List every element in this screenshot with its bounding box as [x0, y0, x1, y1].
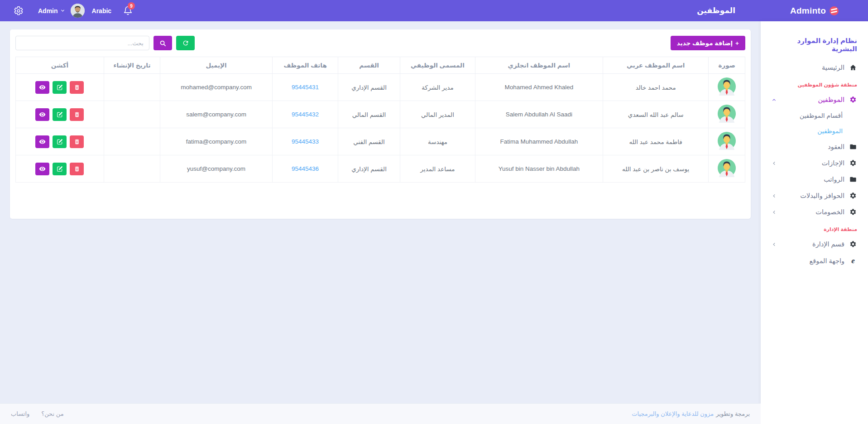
settings-button[interactable] — [14, 6, 24, 16]
user-avatar[interactable] — [71, 4, 85, 18]
language-switcher[interactable]: Arabic — [92, 7, 112, 14]
footer-link-whatsapp[interactable]: واتساب — [11, 410, 29, 417]
search-input[interactable] — [15, 36, 149, 50]
sidebar-item-label: قسم الإدارة — [812, 241, 844, 248]
delete-button[interactable] — [70, 135, 84, 148]
eye-icon — [39, 84, 46, 91]
footer-credit: برمجة وتطوير مزون للدعاية والإعلان والبر… — [632, 410, 750, 417]
menu-section-label: منطقة الإدارة — [761, 220, 868, 236]
edit-button[interactable] — [53, 81, 67, 94]
column-header: صورة — [709, 57, 745, 74]
sidebar-nav: الرئيسيةمنطقة شؤون الموظفينالموظفينأقسام… — [761, 58, 868, 269]
sidebar-item-label: واجهة الموقع — [810, 257, 844, 265]
row-actions — [35, 163, 84, 175]
table-body: محمد احمد خالد Mohamed Ahmed Khaled مدير… — [16, 74, 745, 183]
refresh-button[interactable] — [176, 36, 195, 50]
employee-department: القسم المالي — [338, 101, 400, 128]
notifications-button[interactable]: 9 — [123, 6, 133, 15]
employee-name-english: Salem Abdullah Al Saadi — [475, 101, 603, 128]
refresh-icon — [182, 39, 189, 47]
view-button[interactable] — [35, 81, 49, 94]
sidebar-item-7[interactable]: الرواتب — [761, 171, 868, 188]
search-button[interactable] — [153, 36, 172, 50]
credit-prefix: برمجة وتطوير — [716, 410, 750, 417]
trash-icon — [74, 84, 80, 91]
employee-name-arabic: سالم عبد الله السعدي — [603, 101, 709, 128]
employee-email: yusuf@company.com — [160, 155, 273, 183]
sidebar-item-12[interactable]: eواجهة الموقع — [761, 252, 868, 269]
edit-button[interactable] — [53, 163, 67, 175]
column-header: أكشن — [16, 57, 104, 74]
table-row: محمد احمد خالد Mohamed Ahmed Khaled مدير… — [16, 74, 745, 101]
employee-phone-link[interactable]: 95445436 — [292, 165, 319, 172]
sidebar-item-0[interactable]: الرئيسية — [761, 59, 868, 76]
logo[interactable]: Adminto — [761, 6, 868, 16]
view-button[interactable] — [35, 163, 49, 175]
employee-name-english: Yusuf bin Nasser bin Abdullah — [475, 155, 603, 183]
delete-button[interactable] — [70, 81, 84, 94]
sidebar-item-2[interactable]: الموظفين — [761, 92, 868, 108]
employee-created-date — [104, 74, 160, 101]
actions-cell — [16, 101, 104, 128]
gear-icon — [849, 192, 857, 199]
home-icon — [849, 64, 857, 71]
sidebar-item-11[interactable]: قسم الإدارة — [761, 236, 868, 252]
column-header: تاريخ الإنشاء — [104, 57, 160, 74]
plus-icon: + — [735, 40, 739, 47]
employee-phone-link[interactable]: 95445431 — [292, 84, 319, 91]
edit-button[interactable] — [53, 135, 67, 148]
sidebar-item-label: العقود — [828, 143, 844, 150]
chevron-left-icon — [772, 161, 777, 166]
employee-phone-link[interactable]: 95445432 — [292, 111, 319, 118]
credit-link[interactable]: مزون للدعاية والإعلان والبرمجيات — [632, 410, 714, 417]
column-header: الإيميل — [160, 57, 273, 74]
table-row: سالم عبد الله السعدي Salem Abdullah Al S… — [16, 101, 745, 128]
sidebar-item-label: الخصومات — [815, 208, 844, 216]
employee-photo-cell — [709, 155, 745, 183]
add-employee-button[interactable]: + إضافة موظف جديد — [671, 36, 745, 50]
edit-icon — [57, 84, 63, 91]
employee-created-date — [104, 101, 160, 128]
eye-icon — [39, 138, 46, 145]
folder-icon — [849, 143, 857, 150]
view-button[interactable] — [35, 135, 49, 148]
delete-button[interactable] — [70, 163, 84, 175]
sidebar-item-6[interactable]: الإجازات — [761, 155, 868, 171]
trash-icon — [74, 139, 80, 145]
actions-cell — [16, 74, 104, 101]
page-title: الموظفين — [697, 6, 735, 15]
sidebar-item-label: الرئيسية — [822, 64, 844, 71]
employee-phone-link[interactable]: 95445433 — [292, 138, 319, 145]
toolbar: + إضافة موظف جديد — [15, 36, 745, 50]
chevron-down-icon — [60, 8, 65, 13]
employee-photo-cell — [709, 128, 745, 155]
sidebar-subitem-3[interactable]: أقسام الموظفين — [761, 108, 868, 123]
edit-button[interactable] — [53, 108, 67, 121]
column-header: المسمى الوظيفي — [400, 57, 475, 74]
employee-email: mohamed@company.com — [160, 74, 273, 101]
sidebar-item-8[interactable]: الحوافز والبدلات — [761, 188, 868, 204]
employee-name-english: Fatima Muhammed Abdullah — [475, 128, 603, 155]
notification-badge: 9 — [128, 2, 135, 10]
row-actions — [35, 81, 84, 94]
employee-avatar — [718, 105, 736, 123]
admin-dropdown[interactable]: Admin — [38, 7, 65, 14]
footer-link-about[interactable]: من نحن؟ — [41, 410, 63, 417]
sidebar-subitem-4[interactable]: الموظفين — [761, 123, 868, 139]
row-actions — [35, 135, 84, 148]
logo-text: Adminto — [790, 6, 826, 16]
chevron-left-icon — [772, 193, 777, 198]
view-button[interactable] — [35, 108, 49, 121]
trash-icon — [74, 166, 80, 172]
gear-icon — [849, 159, 857, 167]
footer-links: من نحن؟ واتساب — [11, 410, 64, 417]
employees-card: + إضافة موظف جديد — [10, 29, 751, 219]
chevron-up-icon — [772, 97, 777, 102]
sidebar-item-9[interactable]: الخصومات — [761, 204, 868, 220]
sidebar-item-label: الموظفين — [818, 96, 844, 103]
employee-phone-cell: 95445433 — [273, 128, 338, 155]
sidebar-item-label: الإجازات — [822, 159, 844, 167]
delete-button[interactable] — [70, 108, 84, 121]
sidebar-item-5[interactable]: العقود — [761, 139, 868, 155]
table-row: فاطمة محمد عبد الله Fatima Muhammed Abdu… — [16, 128, 745, 155]
